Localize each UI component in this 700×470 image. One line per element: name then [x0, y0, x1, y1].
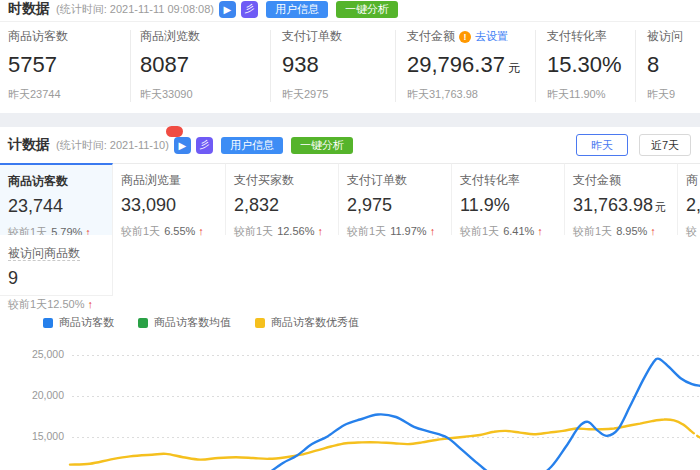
up-arrow-icon: ↑	[198, 225, 204, 237]
realtime-title: 时数据	[8, 0, 50, 18]
metric-compare: 较前1天6.55%↑	[121, 224, 225, 239]
metric-label: 支付转化率	[547, 28, 622, 45]
metric-label: 商	[686, 172, 700, 189]
tab-yesterday[interactable]: 昨天	[576, 134, 628, 156]
metric-tab-clipped[interactable]: 商 2, 较	[678, 163, 700, 235]
user-info-button[interactable]: 用户信息	[221, 137, 283, 154]
one-click-analyze-button[interactable]: 一键分析	[291, 137, 353, 154]
metric-value: 9	[8, 268, 112, 289]
user-info-button[interactable]: 用户信息	[266, 1, 328, 18]
metric-card-pageviews[interactable]: 商品浏览数 8087 昨天33090	[140, 28, 200, 102]
up-arrow-icon: ↑	[430, 225, 436, 237]
metric-tab-orders[interactable]: 支付订单数 2,975 较前1天11.97%↑	[339, 163, 452, 235]
metric-label: 支付金额 ! 去设置	[407, 28, 520, 45]
metric-value: 8087	[140, 52, 200, 78]
divider	[130, 30, 131, 102]
legend-label: 商品访客数	[59, 315, 114, 330]
metric-yesterday: 昨天31,763.98	[407, 87, 520, 102]
realtime-time-note: (统计时间: 2021-11-11 09:08:08)	[56, 2, 214, 17]
metric-value: 31,763.98元	[573, 195, 677, 216]
daily-metric-tabs: 商品访客数 23,744 较前1天5.79%↑ 商品浏览量 33,090 较前1…	[0, 163, 700, 235]
metric-label: 支付订单数	[282, 28, 342, 45]
legend-label: 商品访客数均值	[154, 315, 231, 330]
metric-compare: 较前1天12.50%↑	[8, 297, 112, 312]
metric-compare: 较前1天11.97%↑	[347, 224, 451, 239]
metric-compare: 较前1天12.56%↑	[234, 224, 338, 239]
dingtalk-app-icon[interactable]: ▶	[219, 1, 236, 18]
metric-label: 商品访客数	[8, 28, 68, 45]
metric-compare: 较	[686, 224, 700, 239]
metric-label: 被访问商品数	[8, 246, 80, 261]
metric-card-conversion[interactable]: 支付转化率 15.30% 昨天11.90%	[547, 28, 622, 102]
legend-swatch-yellow	[255, 318, 265, 328]
metric-tab-visitors[interactable]: 商品访客数 23,744 较前1天5.79%↑	[0, 163, 113, 235]
metric-tab-pageviews[interactable]: 商品浏览量 33,090 较前1天6.55%↑	[113, 163, 226, 235]
metric-value: 2,975	[347, 195, 451, 216]
metric-value: 938	[282, 52, 342, 78]
metric-compare: 较前1天6.41%↑	[460, 224, 564, 239]
metric-value: 23,744	[8, 196, 112, 217]
date-range-tabs: 昨天 近7天	[565, 134, 691, 156]
warning-icon: !	[459, 31, 471, 43]
legend-item-average[interactable]: 商品访客数均值	[138, 315, 231, 330]
metric-yesterday: 昨天23744	[8, 87, 68, 102]
line-chart	[0, 340, 700, 470]
metric-value: 2,832	[234, 195, 338, 216]
metric-value: 11.9%	[460, 195, 564, 216]
metric-label: 商品浏览数	[140, 28, 200, 45]
metric-value: 5757	[8, 52, 68, 78]
metric-label: 支付订单数	[347, 172, 451, 189]
up-arrow-icon: ↑	[317, 225, 323, 237]
legend-swatch-green	[138, 318, 148, 328]
metric-tab-buyers[interactable]: 支付买家数 2,832 较前1天12.56%↑	[226, 163, 339, 235]
legend-item-excellent[interactable]: 商品访客数优秀值	[255, 315, 359, 330]
metric-value: 2,	[686, 195, 700, 216]
divider	[535, 30, 536, 102]
metric-card-visited-items[interactable]: 被访问 8 昨天9	[647, 28, 683, 102]
visitors-line	[268, 359, 700, 470]
assistant-app-icon[interactable]: 彡	[196, 137, 213, 154]
tab-last7days[interactable]: 近7天	[639, 134, 691, 156]
up-arrow-icon: ↑	[87, 298, 93, 310]
metric-tab-payment[interactable]: 支付金额 31,763.98元 较前1天8.95%↑	[565, 163, 678, 235]
metric-yesterday: 昨天33090	[140, 87, 200, 102]
metric-card-visitors[interactable]: 商品访客数 5757 昨天23744	[8, 28, 68, 102]
assistant-app-icon[interactable]: 彡	[241, 1, 258, 18]
metric-label: 支付买家数	[234, 172, 338, 189]
one-click-analyze-button[interactable]: 一键分析	[336, 1, 398, 18]
daily-time-note: (统计时间: 2021-11-10)	[56, 138, 169, 153]
metric-yesterday: 昨天11.90%	[547, 87, 622, 102]
metric-yesterday: 昨天9	[647, 87, 683, 102]
excellent-line	[70, 419, 690, 464]
go-setup-link[interactable]: 去设置	[475, 29, 508, 44]
chart-legend: 商品访客数 商品访客数均值 商品访客数优秀值	[43, 315, 383, 330]
metric-card-payment[interactable]: 支付金额 ! 去设置 29,796.37元 昨天31,763.98	[407, 28, 520, 102]
metric-value: 8	[647, 52, 683, 78]
metric-value: 33,090	[121, 195, 225, 216]
daily-panel: 计数据 (统计时间: 2021-11-10) ▶ 彡 用户信息 一键分析 昨天 …	[0, 127, 700, 470]
metric-label: 商品浏览量	[121, 172, 225, 189]
realtime-panel: 时数据 (统计时间: 2021-11-11 09:08:08) ▶ 彡 用户信息…	[0, 0, 700, 113]
daily-title: 计数据	[8, 136, 50, 154]
metric-value: 29,796.37元	[407, 52, 520, 78]
metric-yesterday: 昨天2975	[282, 87, 342, 102]
legend-label: 商品访客数优秀值	[271, 315, 359, 330]
metric-value: 15.30%	[547, 52, 622, 78]
dingtalk-app-icon[interactable]: ▶	[174, 137, 191, 154]
realtime-header: 时数据 (统计时间: 2021-11-11 09:08:08) ▶ 彡 用户信息…	[0, 0, 700, 22]
metric-label-text: 支付金额	[407, 28, 455, 45]
new-badge	[166, 126, 183, 137]
metric-tab-conversion[interactable]: 支付转化率 11.9% 较前1天6.41%↑	[452, 163, 565, 235]
legend-swatch-blue	[43, 318, 53, 328]
divider	[395, 30, 396, 102]
unit-label: 元	[508, 61, 520, 75]
divider	[270, 30, 271, 102]
divider	[635, 30, 636, 102]
up-arrow-icon: ↑	[650, 225, 656, 237]
legend-item-visitors[interactable]: 商品访客数	[43, 315, 114, 330]
metric-card-orders[interactable]: 支付订单数 938 昨天2975	[282, 28, 342, 102]
metric-label: 支付金额	[573, 172, 677, 189]
metric-label: 商品访客数	[8, 173, 112, 190]
metric-tab-visited-items[interactable]: 被访问商品数 9 较前1天12.50%↑	[0, 235, 113, 296]
metric-compare: 较前1天8.95%↑	[573, 224, 677, 239]
